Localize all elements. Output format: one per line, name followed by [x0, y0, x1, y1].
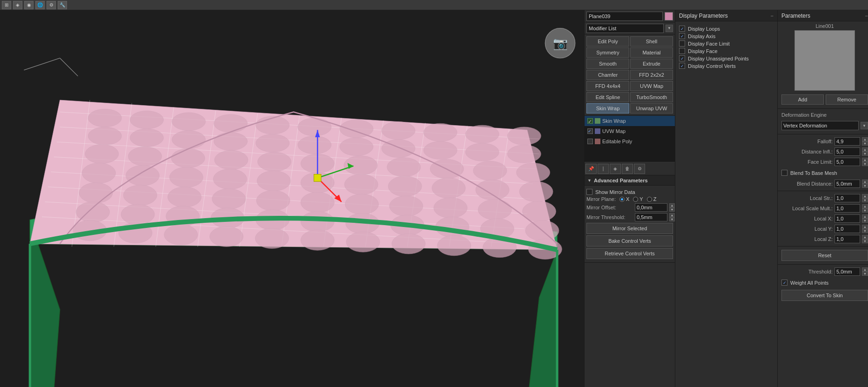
add-btn[interactable]: Add: [781, 94, 824, 105]
display-loops-chk[interactable]: ✓: [679, 26, 685, 32]
stack-item-uwv-map[interactable]: ✓ UVW Map: [585, 126, 675, 136]
material-btn[interactable]: Material: [630, 47, 673, 58]
face-limit-up[interactable]: ▲: [862, 158, 868, 162]
unwrap-uwv-btn[interactable]: Unwrap UVW: [630, 103, 673, 113]
extrude-btn[interactable]: Extrude: [630, 59, 673, 69]
dist-infl-input[interactable]: [834, 147, 860, 156]
local-x-up[interactable]: ▲: [862, 214, 868, 219]
show-mirror-data-checkbox[interactable]: [586, 189, 592, 195]
local-str-up[interactable]: ▲: [862, 194, 868, 198]
mirror-threshold-input[interactable]: [635, 213, 667, 221]
mirror-selected-btn[interactable]: Mirror Selected: [586, 223, 673, 234]
mirror-threshold-down[interactable]: ▼: [669, 217, 675, 221]
utility-icon[interactable]: 🔧: [58, 1, 67, 9]
local-x-input[interactable]: [834, 214, 860, 223]
display-unassigned-chk[interactable]: ✓: [679, 55, 685, 61]
settings-icon[interactable]: ⚙: [47, 1, 56, 9]
local-y-down[interactable]: ▼: [862, 229, 868, 233]
local-y-input[interactable]: [834, 225, 860, 233]
mirror-threshold-up[interactable]: ▲: [669, 213, 675, 217]
display-face-chk[interactable]: [679, 48, 685, 54]
face-limit-down[interactable]: ▼: [862, 162, 868, 166]
chamfer-btn[interactable]: Chamfer: [586, 70, 629, 80]
weight-all-points-chk[interactable]: ✓: [781, 280, 787, 286]
modifier-list-dropdown[interactable]: Modifier List: [586, 24, 664, 33]
adv-params-header[interactable]: ▼ Advanced Parameters: [585, 175, 675, 186]
mirror-offset-up[interactable]: ▲: [669, 203, 675, 207]
ffd2x2x2-btn[interactable]: FFD 2x2x2: [630, 70, 673, 80]
radio-z[interactable]: [647, 197, 652, 202]
display-params-minimize[interactable]: −: [771, 13, 774, 19]
local-y-up[interactable]: ▲: [862, 225, 868, 229]
local-str-down[interactable]: ▼: [862, 198, 868, 202]
stack-make-unique-btn[interactable]: ◈: [610, 164, 621, 174]
blend-distance-input[interactable]: [834, 180, 860, 188]
face-limit-input[interactable]: [834, 158, 860, 166]
stack-item-editable-poly[interactable]: Editable Poly: [585, 136, 675, 147]
skin-wrap-btn[interactable]: Skin Wrap: [586, 103, 629, 113]
editable-poly-checkbox[interactable]: [587, 139, 593, 144]
falloff-down[interactable]: ▼: [862, 141, 868, 146]
ffd4x4x4-btn[interactable]: FFD 4x4x4: [586, 81, 629, 91]
stack-item-skin-wrap[interactable]: ✓ Skin Wrap: [585, 116, 675, 126]
uwv-map-btn[interactable]: UVW Map: [630, 81, 673, 91]
local-scale-mult-up[interactable]: ▲: [862, 204, 868, 208]
grid-icon[interactable]: ⊞: [2, 1, 11, 9]
local-x-down[interactable]: ▼: [862, 219, 868, 223]
deformation-engine-select[interactable]: Vertex Deformation: [781, 121, 859, 130]
stack-remove-btn[interactable]: 🗑: [622, 164, 633, 174]
object-name-input[interactable]: [586, 12, 663, 21]
local-z-up[interactable]: ▲: [862, 235, 868, 239]
radio-x[interactable]: [619, 197, 625, 202]
edit-poly-btn[interactable]: Edit Poly: [586, 36, 629, 47]
local-scale-mult-down[interactable]: ▼: [862, 208, 868, 213]
mirror-offset-input[interactable]: [635, 203, 667, 212]
symmetry-btn[interactable]: Symmetry: [586, 47, 629, 58]
mirror-plane-x[interactable]: X: [619, 196, 629, 202]
turbo-smooth-btn[interactable]: TurboSmooth: [630, 92, 673, 102]
stack-pin-btn[interactable]: 📌: [585, 164, 597, 174]
deformation-engine-arrow[interactable]: ▼: [861, 122, 868, 129]
viewport[interactable]: [ Perspective ] [ Shaded + Edged Faces ]…: [0, 10, 584, 387]
blend-distance-down[interactable]: ▼: [862, 184, 868, 188]
convert-to-skin-btn[interactable]: Convert To Skin: [781, 290, 868, 301]
local-z-down[interactable]: ▼: [862, 239, 868, 243]
material-icon[interactable]: ◉: [24, 1, 34, 9]
local-z-input[interactable]: [834, 235, 860, 243]
threshold-up[interactable]: ▲: [862, 267, 868, 272]
modifier-list-arrow[interactable]: ▼: [666, 25, 673, 32]
uwv-map-checkbox[interactable]: ✓: [587, 128, 593, 134]
environment-icon[interactable]: 🌐: [35, 1, 45, 9]
falloff-up[interactable]: ▲: [862, 137, 868, 141]
local-scale-mult-input[interactable]: [834, 204, 860, 213]
skin-wrap-checkbox[interactable]: ✓: [587, 118, 593, 124]
mirror-offset-down[interactable]: ▼: [669, 207, 675, 212]
threshold-down[interactable]: ▼: [862, 272, 868, 276]
stack-show-btn[interactable]: |: [598, 164, 609, 174]
smooth-btn[interactable]: Smooth: [586, 59, 629, 69]
dist-infl-up[interactable]: ▲: [862, 147, 868, 152]
remove-btn[interactable]: Remove: [826, 94, 868, 105]
mirror-plane-z[interactable]: Z: [647, 196, 657, 202]
reset-btn[interactable]: Reset: [781, 250, 868, 261]
bake-control-verts-btn[interactable]: Bake Control Verts: [586, 235, 673, 247]
mirror-plane-y[interactable]: Y: [633, 196, 643, 202]
blend-distance-up[interactable]: ▲: [862, 180, 868, 184]
radio-y[interactable]: [633, 197, 638, 202]
dist-infl-down[interactable]: ▼: [862, 152, 868, 156]
parameters-minimize[interactable]: −: [865, 13, 868, 19]
object-color-swatch[interactable]: [665, 12, 673, 20]
falloff-input[interactable]: [834, 137, 860, 146]
threshold-input[interactable]: [834, 267, 860, 276]
blend-to-base-mesh-chk[interactable]: [781, 170, 787, 176]
mirror-threshold-row: Mirror Threshold: ▲ ▼: [586, 213, 673, 221]
shell-btn[interactable]: Shell: [630, 36, 673, 47]
local-str-input[interactable]: [834, 194, 860, 202]
display-axis-chk[interactable]: ✓: [679, 33, 685, 39]
display-face-limit-chk[interactable]: [679, 40, 685, 47]
edit-spline-btn[interactable]: Edit Spline: [586, 92, 629, 102]
retrieve-control-verts-btn[interactable]: Retrieve Control Verts: [586, 248, 673, 259]
display-control-verts-chk[interactable]: ✓: [679, 63, 685, 69]
stack-configure-btn[interactable]: ⚙: [634, 164, 645, 174]
render-icon[interactable]: ◈: [13, 1, 22, 9]
